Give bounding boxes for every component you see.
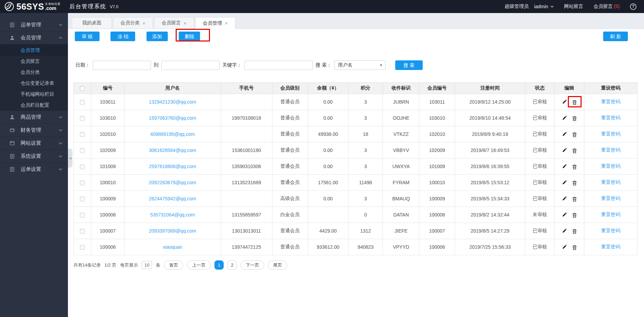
last-page-button[interactable]: 尾页 (268, 260, 287, 270)
cell-edit (554, 126, 584, 142)
delete-row-button[interactable] (572, 244, 577, 250)
username-link[interactable]: 535731064@qq.com (150, 212, 195, 218)
row-checkbox[interactable] (80, 245, 85, 250)
sidebar-item-product-management[interactable]: 商品管理 (0, 110, 68, 124)
username-link[interactable]: 2092283679@qq.com (149, 180, 196, 185)
username-link[interactable]: 3061628584@qq.com (149, 148, 196, 153)
close-icon[interactable]: × (225, 21, 228, 26)
first-page-button[interactable]: 首页 (164, 260, 183, 270)
row-checkbox[interactable] (80, 197, 85, 201)
select-caret-icon: ▼ (379, 63, 383, 67)
sidebar-subitem-member-management[interactable]: 会员管理 (0, 45, 68, 56)
edit-row-button[interactable] (562, 228, 567, 233)
cell-username: 2624475942@qq.com (124, 191, 221, 207)
reset-password-link[interactable]: 重置密码 (601, 196, 620, 201)
reset-password-link[interactable]: 重置密码 (601, 115, 620, 120)
row-checkbox[interactable] (80, 213, 85, 218)
delete-row-button[interactable] (572, 115, 577, 121)
edit-row-button[interactable] (562, 164, 567, 169)
reset-password-link[interactable]: 重置密码 (601, 228, 620, 233)
sidebar-subitem-member-column-config[interactable]: 会员栏目配置 (0, 99, 68, 110)
delete-row-button[interactable] (572, 131, 577, 137)
delete-row-button[interactable] (572, 164, 577, 169)
tab-member-categories[interactable]: 会员分类× (113, 17, 153, 28)
edit-row-button[interactable] (562, 132, 567, 137)
edit-row-button[interactable] (562, 116, 567, 120)
reset-password-link[interactable]: 重置密码 (601, 179, 620, 185)
reset-password-link[interactable]: 重置密码 (601, 99, 620, 104)
sidebar-subitem-member-categories[interactable]: 会员分类 (0, 67, 68, 78)
audit-button[interactable]: 审 核 (75, 32, 99, 41)
refresh-button[interactable]: 刷 新 (603, 32, 628, 41)
row-checkbox[interactable] (80, 132, 85, 137)
date-from-input[interactable] (93, 61, 151, 70)
reset-password-link[interactable]: 重置密码 (601, 244, 620, 249)
sidebar-subitem-member-messages[interactable]: 会员留言 (0, 56, 68, 67)
search-type-select[interactable]: 用户名 ▼ (334, 60, 386, 70)
keyword-input[interactable] (244, 61, 313, 70)
page-button-2[interactable]: 2 (227, 260, 237, 270)
delete-row-button[interactable] (572, 212, 577, 218)
delete-row-button[interactable] (572, 228, 577, 234)
edit-row-button[interactable] (562, 245, 567, 249)
delete-button[interactable]: 删除 (179, 32, 200, 41)
page-number-buttons: 12 (214, 260, 237, 270)
tab-member-management[interactable]: 会员管理× (195, 17, 235, 29)
member-messages-link[interactable]: 会员留言(5) (594, 3, 620, 10)
delete-row-button[interactable] (572, 180, 577, 186)
delete-row-button[interactable] (572, 99, 577, 105)
edit-row-button[interactable] (562, 180, 567, 185)
per-page-input[interactable]: 10 (142, 261, 152, 269)
sidebar-subitem-mobile-site-columns[interactable]: 手机端网站栏目 (0, 89, 68, 99)
select-all-checkbox[interactable] (80, 86, 85, 91)
reset-password-link[interactable]: 重置密码 (601, 163, 620, 169)
site-messages-link[interactable]: 网站留言 (564, 3, 583, 10)
delete-row-button[interactable] (572, 196, 577, 202)
edit-row-button[interactable] (562, 212, 567, 217)
sidebar-item-waybill-management[interactable]: 运单管理 (0, 18, 68, 31)
username-link[interactable]: 2093397089@qq.com (149, 228, 196, 234)
toolbar: 审 核 冻 结 添加 删除 刷 新 (68, 29, 644, 44)
row-checkbox[interactable] (80, 100, 85, 105)
tab-my-desktop[interactable]: 我的桌面 (72, 17, 112, 28)
username-link[interactable]: 2597618808@qq.com (149, 164, 196, 169)
row-checkbox[interactable] (80, 229, 85, 234)
close-icon[interactable]: × (142, 21, 145, 26)
page-button-1[interactable]: 1 (214, 260, 224, 270)
search-button[interactable]: 搜 索 (395, 60, 423, 70)
username-link[interactable]: 409889195@qq.com (150, 131, 195, 137)
reset-password-link[interactable]: 重置密码 (601, 147, 620, 153)
sidebar-item-member-management[interactable]: 会员管理 (0, 31, 68, 44)
row-checkbox[interactable] (80, 148, 85, 153)
freeze-button[interactable]: 冻 结 (110, 32, 135, 41)
add-button[interactable]: 添加 (147, 32, 168, 41)
next-page-button[interactable]: 下一页 (241, 260, 264, 270)
prev-page-button[interactable]: 上一页 (187, 260, 211, 270)
row-checkbox[interactable] (80, 116, 85, 121)
cell-reg-time: 2019/7/25 15:56:33 (455, 239, 525, 255)
username-link[interactable]: 1329421230@qq.com (149, 99, 196, 105)
edit-row-button[interactable] (562, 196, 567, 201)
reset-password-link[interactable]: 重置密码 (601, 131, 620, 137)
row-checkbox[interactable] (80, 180, 85, 185)
sidebar-item-website-settings[interactable]: 网站设置 (0, 137, 68, 150)
close-icon[interactable]: × (184, 21, 187, 26)
date-to-input[interactable] (161, 61, 220, 70)
username-link[interactable]: xiaoquan (163, 244, 182, 250)
user-menu[interactable]: iadmin (534, 4, 554, 9)
tab-member-messages[interactable]: 会员留言× (154, 17, 194, 28)
date-label: 日期： (75, 62, 90, 68)
username-link[interactable]: 1597063760@qq.com (149, 115, 196, 121)
edit-row-button[interactable] (562, 148, 567, 153)
sidebar-subitem-storage-change-log[interactable]: 仓位变更记录表 (0, 78, 68, 89)
edit-row-button[interactable] (562, 99, 567, 104)
reset-password-link[interactable]: 重置密码 (601, 212, 620, 217)
sidebar-item-waybill-settings[interactable]: 运单设置 (0, 163, 68, 176)
sidebar-collapse-handle[interactable]: ◀ (68, 149, 72, 168)
row-checkbox[interactable] (80, 164, 85, 169)
sidebar-item-finance-management[interactable]: 财务管理 (0, 124, 68, 137)
help-icon[interactable]: ? (630, 3, 636, 10)
delete-row-button[interactable] (572, 148, 577, 153)
username-link[interactable]: 2624475942@qq.com (149, 196, 196, 201)
sidebar-item-system-settings[interactable]: 系统设置 (0, 150, 68, 163)
